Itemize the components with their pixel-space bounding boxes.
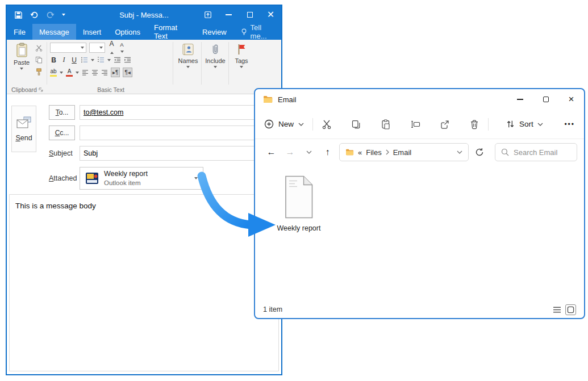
message-body[interactable]: This is a message body xyxy=(9,194,279,371)
ribbon-display-options-icon[interactable] xyxy=(197,6,218,24)
bold-button[interactable]: B xyxy=(50,56,57,64)
outlook-item-icon xyxy=(85,171,99,185)
sort-arrows-icon xyxy=(506,119,515,129)
cc-button[interactable]: Cc... xyxy=(49,125,75,140)
clipboard-icon xyxy=(16,43,28,57)
breadcrumb-email[interactable]: Email xyxy=(393,148,412,157)
to-recipient[interactable]: to@test.com xyxy=(84,108,123,116)
see-more-button[interactable]: ••• xyxy=(564,120,575,128)
large-icons-view-icon[interactable] xyxy=(565,304,576,315)
tab-insert[interactable]: Insert xyxy=(76,24,109,40)
shrink-font-button[interactable]: A xyxy=(118,41,126,54)
attachment-type: Outlook item xyxy=(104,179,148,187)
format-painter-icon[interactable] xyxy=(35,68,43,76)
bullet-list-icon[interactable] xyxy=(81,57,88,63)
align-left-icon[interactable] xyxy=(82,70,89,76)
right-to-left-icon[interactable]: ¶◂ xyxy=(123,68,132,77)
close-button[interactable]: × xyxy=(558,89,584,110)
up-button[interactable]: ↑ xyxy=(318,147,337,157)
address-box[interactable]: « Files Email xyxy=(339,143,469,161)
clipboard-small-buttons xyxy=(35,44,43,76)
text-highlight-button[interactable]: ab xyxy=(50,69,57,77)
copy-icon[interactable] xyxy=(351,119,361,129)
address-dropdown-icon[interactable] xyxy=(457,150,462,154)
new-button[interactable]: New xyxy=(264,119,304,129)
tab-format-text[interactable]: Format Text xyxy=(147,24,195,40)
names-button[interactable]: Names xyxy=(175,43,201,68)
cut-icon[interactable] xyxy=(35,44,43,52)
undo-icon[interactable] xyxy=(30,11,39,19)
increase-indent-icon[interactable] xyxy=(124,57,131,63)
to-button[interactable]: To... xyxy=(49,105,75,120)
address-bar: ← → ↑ « Files Email xyxy=(255,139,584,165)
close-button[interactable]: ✕ xyxy=(260,6,281,24)
send-button[interactable]: Send xyxy=(11,106,36,152)
left-to-right-icon[interactable]: ▸¶ xyxy=(111,68,120,77)
minimize-button[interactable] xyxy=(218,6,239,24)
tab-review[interactable]: Review xyxy=(195,24,233,40)
flag-icon xyxy=(236,43,247,56)
details-view-icon[interactable] xyxy=(553,306,561,313)
attachment-chip[interactable]: Weekly report Outlook item xyxy=(80,167,203,190)
include-button[interactable]: Include xyxy=(202,43,228,68)
decrease-indent-icon[interactable] xyxy=(114,57,121,63)
send-label: Send xyxy=(15,134,32,142)
grow-font-button[interactable]: A xyxy=(108,40,115,56)
breadcrumb-overflow[interactable]: « xyxy=(358,148,362,157)
font-name-combo[interactable] xyxy=(50,43,86,53)
ribbon: Paste Clipboard A A xyxy=(7,40,281,94)
chevron-down-icon xyxy=(537,123,543,126)
tab-options[interactable]: Options xyxy=(108,24,147,40)
minimize-button[interactable] xyxy=(507,89,533,110)
breadcrumb-files[interactable]: Files xyxy=(366,148,381,157)
rename-icon[interactable] xyxy=(410,119,420,129)
tab-message[interactable]: Message xyxy=(32,24,76,40)
recent-locations-icon[interactable] xyxy=(299,150,318,154)
maximize-button[interactable] xyxy=(533,89,558,110)
subject-field[interactable]: Subj xyxy=(80,146,278,161)
tab-file[interactable]: File xyxy=(7,24,32,40)
attached-label: Attached xyxy=(49,174,80,182)
search-input[interactable] xyxy=(514,148,571,157)
file-item[interactable]: Weekly report xyxy=(268,175,330,232)
dialog-launcher-icon xyxy=(39,87,43,92)
tell-me-label: Tell me... xyxy=(251,23,276,40)
copy-icon[interactable] xyxy=(35,56,43,64)
paste-button[interactable]: Paste xyxy=(10,43,33,70)
share-icon[interactable] xyxy=(440,119,450,129)
customize-qat-icon[interactable] xyxy=(62,14,65,16)
maximize-button[interactable] xyxy=(239,6,260,24)
paste-label: Paste xyxy=(14,59,30,66)
to-row: To... to@test.com xyxy=(49,104,278,120)
cut-icon[interactable] xyxy=(322,119,332,129)
back-button[interactable]: ← xyxy=(262,147,281,157)
forward-button[interactable]: → xyxy=(281,147,299,157)
attachment-dropdown-icon[interactable] xyxy=(194,177,198,179)
tags-button[interactable]: Tags xyxy=(230,43,253,68)
numbered-list-icon[interactable] xyxy=(97,57,105,63)
font-color-button[interactable]: A xyxy=(66,69,73,77)
underline-button[interactable]: U xyxy=(70,56,78,64)
italic-button[interactable]: I xyxy=(60,56,68,64)
save-icon[interactable] xyxy=(14,11,23,19)
search-box[interactable] xyxy=(495,143,577,161)
redo-icon[interactable] xyxy=(46,11,55,19)
cc-field[interactable] xyxy=(80,125,278,140)
align-right-icon[interactable] xyxy=(101,70,108,76)
clipboard-group-label[interactable]: Clipboard xyxy=(9,86,45,93)
subject-value: Subj xyxy=(84,149,98,157)
font-size-combo[interactable] xyxy=(89,43,105,53)
sort-button[interactable]: Sort xyxy=(506,119,543,129)
subject-row: Subject Subj xyxy=(49,145,278,161)
address-book-icon xyxy=(181,43,195,56)
folder-content: Weekly report xyxy=(255,165,584,301)
to-field[interactable]: to@test.com xyxy=(80,105,278,120)
tell-me-box[interactable]: Tell me... xyxy=(235,24,281,40)
refresh-icon[interactable] xyxy=(469,148,490,157)
explorer-window-controls: × xyxy=(507,89,584,110)
paste-icon[interactable] xyxy=(381,119,391,129)
delete-icon[interactable] xyxy=(469,119,479,129)
lightbulb-icon xyxy=(240,28,248,36)
cc-row: Cc... xyxy=(49,125,278,141)
align-center-icon[interactable] xyxy=(91,70,98,76)
